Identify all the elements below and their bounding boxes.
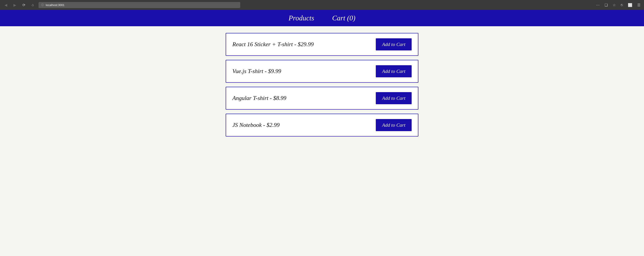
forward-button[interactable]: ▶ — [12, 2, 18, 8]
product-list: React 16 Sticker + T-shirt - $29.99Add t… — [221, 26, 423, 143]
home-button[interactable]: ⌂ — [30, 2, 36, 8]
app-nav: Products Cart (0) — [0, 10, 644, 26]
reload-button[interactable]: ⟳ — [20, 2, 27, 8]
library-button[interactable]: ⎋ — [620, 2, 624, 8]
more-button[interactable]: ⋯ — [595, 2, 600, 8]
product-row: Angular T-shirt - $8.99Add to Cart — [226, 87, 418, 110]
add-to-cart-button-3[interactable]: Add to Cart — [376, 92, 412, 104]
menu-button[interactable]: ☰ — [636, 2, 641, 8]
back-button[interactable]: ◀ — [3, 2, 9, 8]
sidebar-button[interactable]: ⬜ — [627, 2, 633, 8]
star-button[interactable]: ☆ — [612, 2, 617, 8]
product-name-3: Angular T-shirt - $8.99 — [232, 95, 286, 102]
add-to-cart-button-4[interactable]: Add to Cart — [376, 119, 412, 131]
product-name-1: React 16 Sticker + T-shirt - $29.99 — [232, 41, 314, 48]
address-bar[interactable]: ⓘ localhost:3001 — [38, 2, 240, 8]
product-row: Vue.js T-shirt - $9.99Add to Cart — [226, 60, 418, 83]
product-row: JS Notebook - $2.99Add to Cart — [226, 114, 418, 136]
security-icon: ⓘ — [41, 3, 44, 7]
add-to-cart-button-2[interactable]: Add to Cart — [376, 65, 412, 77]
add-to-cart-button-1[interactable]: Add to Cart — [376, 38, 412, 50]
pocket-button[interactable]: ❏ — [604, 2, 608, 8]
browser-toolbar-right: ⋯ ❏ ☆ ⎋ ⬜ ☰ — [595, 2, 641, 8]
product-name-4: JS Notebook - $2.99 — [232, 122, 280, 128]
address-text: localhost:3001 — [46, 3, 64, 7]
product-row: React 16 Sticker + T-shirt - $29.99Add t… — [226, 33, 418, 56]
products-nav-link[interactable]: Products — [288, 14, 314, 22]
browser-chrome: ◀ ▶ ⟳ ⌂ ⓘ localhost:3001 ⋯ ❏ ☆ ⎋ ⬜ ☰ — [0, 0, 644, 10]
product-name-2: Vue.js T-shirt - $9.99 — [232, 68, 281, 75]
cart-nav-link[interactable]: Cart (0) — [332, 14, 356, 22]
